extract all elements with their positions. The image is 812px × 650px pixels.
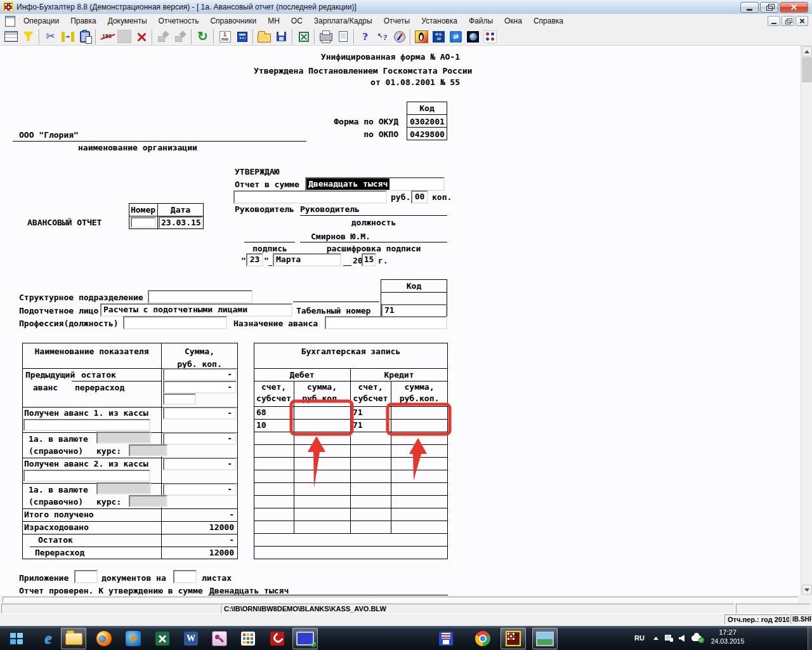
taskbar-remote-desktop-button[interactable] (292, 628, 318, 649)
menu-operations[interactable]: Операции (18, 15, 65, 28)
sum-words-input-2[interactable] (233, 190, 387, 204)
currency2-sum-input[interactable]: - (163, 483, 237, 496)
mdi-close-button[interactable] (796, 16, 808, 26)
adv1-sum-input[interactable]: - (163, 407, 237, 420)
calendar-button[interactable]: 1янв (216, 29, 233, 45)
taskbar-excel-button[interactable] (150, 628, 175, 649)
taskbar-explorer-button[interactable] (61, 628, 86, 649)
tray-language[interactable]: RU (634, 633, 645, 642)
checked-sum[interactable]: Двенадцать тысяч (209, 586, 289, 595)
menu-os[interactable]: ОС (285, 15, 308, 28)
report-num-input[interactable] (131, 217, 156, 228)
child-window-icon[interactable] (5, 16, 15, 27)
show-desktop-button[interactable] (808, 627, 812, 650)
menu-help[interactable]: Справка (528, 15, 569, 28)
menu-documents[interactable]: Документы (102, 15, 153, 28)
open-button[interactable] (256, 29, 273, 45)
menu-mn[interactable]: МН (262, 15, 285, 28)
excel-export-button[interactable] (295, 29, 312, 45)
horizontal-scrollbar-track[interactable] (3, 597, 798, 602)
head-name[interactable]: Смирнов Ю.М. (311, 232, 370, 241)
month-input[interactable]: Марта (273, 253, 341, 267)
taskbar-backup-button[interactable] (433, 628, 459, 649)
acct-cell-credit-account[interactable]: 71 (353, 420, 363, 430)
sum-words-input[interactable]: Двенадцать тысяч (305, 177, 445, 191)
merge-button[interactable] (59, 29, 76, 45)
prev-rest-input[interactable]: - (163, 368, 237, 381)
adv1-extra-input[interactable] (23, 419, 150, 431)
save-button[interactable] (273, 29, 290, 45)
restore-button[interactable] (760, 2, 778, 13)
day-input[interactable]: 23 (246, 253, 263, 267)
taskbar-ie-button[interactable] (36, 628, 61, 649)
scroll-up-button[interactable] (802, 46, 812, 56)
sheets-count-input[interactable] (173, 570, 197, 583)
menu-windows[interactable]: Окна (499, 15, 528, 28)
taskbar-access-button[interactable] (207, 628, 232, 649)
teamviewer-button[interactable] (447, 29, 464, 45)
acct-cell-debit-sum-empty[interactable] (294, 407, 350, 432)
okud-value[interactable]: 0302001 (410, 117, 445, 126)
mdi-restore-button[interactable] (782, 16, 794, 26)
tabnum-input[interactable]: 71 (381, 304, 447, 317)
person-input[interactable]: Расчеты с подотчетными лицами (100, 303, 292, 317)
tray-expand-button[interactable] (653, 637, 658, 640)
menu-files[interactable]: Файлы (463, 15, 499, 28)
minimize-button[interactable] (740, 2, 759, 13)
ornament-button[interactable] (481, 29, 499, 45)
menu-directories[interactable]: Справочники (204, 15, 262, 28)
delete-button[interactable] (133, 29, 150, 45)
calculator-button[interactable] (233, 29, 251, 45)
acct-cell-debit-account[interactable]: 10 (256, 420, 266, 430)
attach-count-input[interactable] (74, 570, 98, 583)
mdi-minimize-button[interactable] (768, 16, 780, 26)
prev-over-input[interactable]: - (163, 381, 237, 394)
form-settings-button[interactable] (3, 29, 20, 45)
scroll-down-button[interactable] (802, 585, 812, 595)
strike-180-button[interactable]: 180 (98, 29, 115, 45)
scrollbar-thumb[interactable] (802, 57, 812, 83)
prof-input[interactable] (123, 316, 227, 329)
currency1-sum-input[interactable]: - (163, 432, 237, 445)
taskbar-apps-grid-button[interactable] (235, 628, 261, 649)
tray-volume-icon[interactable] (679, 635, 686, 642)
print-preview-button[interactable] (334, 29, 351, 45)
menu-reporting[interactable]: Отчетность (153, 15, 205, 28)
purpose-input[interactable] (325, 316, 447, 329)
menu-salary[interactable]: Зарплата/Кадры (308, 15, 378, 28)
close-button[interactable] (780, 2, 808, 13)
print-button[interactable] (317, 29, 334, 45)
tray-clock[interactable]: 17:27 24.03.2015 (705, 628, 750, 646)
menu-setup[interactable]: Установка (416, 15, 463, 28)
year-input[interactable]: 15 (362, 253, 376, 267)
acct-cell-credit-account[interactable]: 71 (353, 408, 363, 417)
start-button[interactable] (4, 628, 29, 649)
taskbar-adobe-button[interactable] (265, 628, 290, 649)
paste-button[interactable] (76, 29, 93, 45)
taskbar-chrome-button[interactable] (470, 628, 495, 649)
cut-button[interactable] (42, 29, 59, 45)
taskbar-word-button[interactable] (178, 628, 204, 649)
adv2-extra-input[interactable] (23, 470, 150, 482)
head-value[interactable]: Руководитель (300, 204, 360, 214)
linux-version-button[interactable] (413, 29, 430, 45)
kop-input[interactable]: 00 (411, 190, 428, 204)
taskbar-media-player-button[interactable] (121, 628, 146, 649)
menu-reports[interactable]: Отчеты (378, 15, 416, 28)
adv2-sum-input[interactable]: - (163, 458, 237, 470)
filter-button[interactable] (20, 29, 37, 45)
internet-button[interactable] (464, 29, 481, 45)
prev-extra-input[interactable] (163, 394, 196, 405)
acct-cell-credit-sum-empty[interactable] (391, 407, 448, 432)
okpo-value[interactable]: 0429800 (410, 129, 445, 139)
acct-cell-debit-account[interactable]: 68 (256, 408, 266, 417)
website-button[interactable] (391, 29, 408, 45)
tray-cloud-icon[interactable] (691, 635, 702, 641)
context-help-button[interactable] (374, 29, 391, 45)
taskbar-image-viewer-button[interactable] (532, 628, 558, 649)
struct-input[interactable] (148, 290, 252, 303)
ib10-button[interactable]: И Б10 (430, 29, 447, 45)
menu-edit[interactable]: Правка (65, 15, 102, 28)
vertical-scrollbar[interactable] (801, 46, 812, 595)
taskbar-infobuh-button[interactable] (501, 628, 526, 649)
